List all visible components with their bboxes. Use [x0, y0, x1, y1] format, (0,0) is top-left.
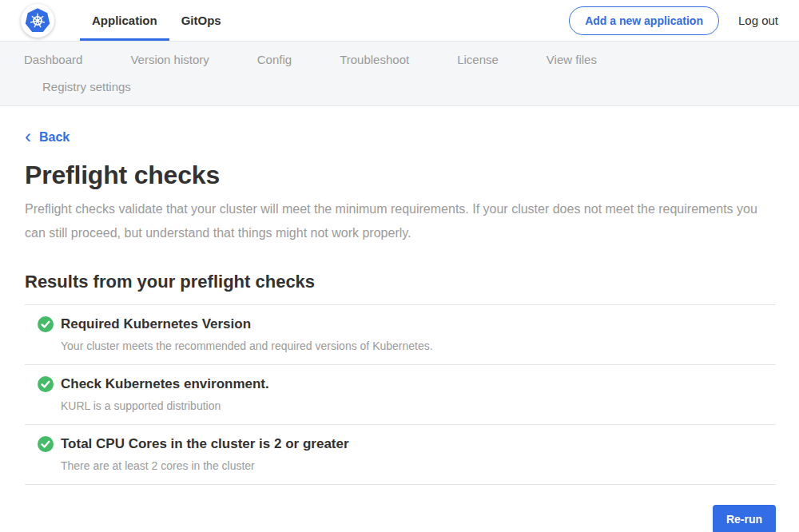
preflight-check-row: Required Kubernetes Version Your cluster… — [25, 304, 776, 364]
results-heading: Results from your preflight checks — [25, 272, 776, 292]
kubernetes-helm-icon — [24, 7, 51, 34]
check-body: Check Kubernetes environment. KURL is a … — [61, 375, 269, 413]
back-link[interactable]: ‹ Back — [25, 130, 70, 145]
header-tab-label: Application — [92, 14, 157, 27]
check-detail: Your cluster meets the recommended and r… — [61, 339, 433, 353]
preflight-results-list: Required Kubernetes Version Your cluster… — [25, 304, 776, 485]
header-tab-label: GitOps — [181, 14, 221, 27]
back-label: Back — [39, 130, 70, 145]
kubernetes-logo — [21, 4, 54, 38]
subnav-item[interactable]: View files — [547, 53, 597, 66]
subnav-row-2: Registry settings — [24, 80, 799, 93]
subnav-item[interactable]: Registry settings — [42, 80, 131, 93]
check-body: Total CPU Cores in the cluster is 2 or g… — [61, 435, 349, 473]
check-detail: There are at least 2 cores in the cluste… — [61, 459, 349, 473]
check-title: Required Kubernetes Version — [61, 316, 433, 333]
check-detail: KURL is a supported distribution — [61, 399, 269, 413]
add-new-application-button[interactable]: Add a new application — [569, 6, 719, 35]
check-body: Required Kubernetes Version Your cluster… — [61, 316, 433, 353]
subnav-item[interactable]: License — [457, 53, 499, 66]
header-tab[interactable]: Application — [80, 0, 169, 41]
actions-row: Re-run — [25, 505, 776, 532]
check-title: Check Kubernetes environment. — [61, 375, 269, 393]
header-right: Add a new application Log out — [569, 0, 778, 41]
check-title: Total CPU Cores in the cluster is 2 or g… — [61, 435, 349, 453]
preflight-check-row: Total CPU Cores in the cluster is 2 or g… — [25, 424, 776, 485]
subnav-row-1: Dashboard Version history Config Trouble… — [24, 53, 799, 66]
page-title: Preflight checks — [25, 161, 776, 190]
main-content: ‹ Back Preflight checks Preflight checks… — [0, 106, 799, 532]
logout-link[interactable]: Log out — [738, 14, 778, 27]
app-subnav: Dashboard Version history Config Trouble… — [0, 41, 799, 106]
header-tab[interactable]: GitOps — [169, 0, 233, 41]
rerun-button[interactable]: Re-run — [713, 505, 776, 532]
subnav-item[interactable]: Dashboard — [24, 53, 82, 66]
check-circle-icon — [38, 376, 54, 392]
subnav-item[interactable]: Troubleshoot — [340, 53, 409, 66]
check-circle-icon — [38, 316, 54, 332]
app-header: Application GitOps Add a new application… — [0, 0, 799, 41]
page-description: Preflight checks validate that your clus… — [25, 197, 764, 245]
preflight-check-row: Check Kubernetes environment. KURL is a … — [25, 364, 776, 424]
check-circle-icon — [38, 436, 54, 452]
subnav-item[interactable]: Config — [257, 53, 292, 66]
subnav-item[interactable]: Version history — [130, 53, 209, 66]
chevron-left-icon: ‹ — [25, 130, 31, 143]
header-tabs: Application GitOps — [80, 0, 233, 41]
